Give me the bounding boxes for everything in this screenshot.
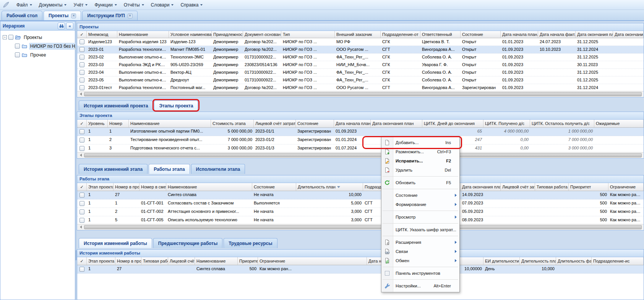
table-row[interactable]: 2023-05Выполнение опытно-конс...Дредноут… [77, 76, 644, 84]
column-header[interactable]: Дата начала план [334, 120, 371, 127]
row-checkbox[interactable] [79, 193, 84, 198]
row-checkbox[interactable] [79, 201, 84, 206]
context-menu-item[interactable]: Добавить...Ins [381, 138, 459, 147]
menubar-item-Справка[interactable]: Справка [177, 1, 206, 9]
tree-checkbox[interactable] [15, 52, 20, 57]
column-header[interactable]: Лицевой счёт затр [501, 183, 535, 191]
column-header[interactable]: ✓ [77, 31, 87, 38]
context-menu-item[interactable]: Расширения [381, 238, 459, 247]
column-header[interactable]: Документ-основан [243, 31, 281, 38]
row-checkbox[interactable] [79, 218, 84, 223]
table-row[interactable]: 2023-04Выполнение опытно-конс...Вектор-А… [77, 69, 644, 76]
column-header[interactable]: Внешний заказчик [335, 31, 381, 38]
tab-Этапы проекта[interactable]: Этапы проекта [154, 101, 198, 110]
context-menu-item[interactable]: Исправить...F2 [381, 156, 459, 165]
scroll-left-icon[interactable] [78, 152, 84, 158]
column-header[interactable]: ✓ [77, 120, 87, 127]
row-checkbox[interactable] [79, 267, 84, 272]
column-header[interactable]: Подразделение-ис [592, 257, 644, 265]
column-header[interactable]: ЦИТК. Дней до окончания [422, 120, 483, 127]
column-header[interactable]: Наименование [166, 183, 252, 191]
column-header[interactable]: Дата окончания ф [613, 31, 644, 38]
column-header[interactable]: ✓ [77, 257, 87, 265]
column-header[interactable]: Этап проекта [87, 183, 114, 191]
column-header[interactable]: Номер [108, 120, 129, 127]
column-header[interactable]: Приоритет [238, 257, 258, 265]
column-header[interactable]: Номер в проекте [115, 257, 141, 265]
table-row[interactable]: 2023-01Разработка технологии и...Магнит … [77, 46, 644, 54]
row-checkbox[interactable] [79, 209, 84, 214]
menubar-item-Отчёты[interactable]: Отчёты [120, 1, 148, 9]
column-header[interactable]: Дата окончания пл [576, 31, 613, 38]
scrollbar-thumb[interactable] [84, 153, 642, 157]
tree-checkbox[interactable] [15, 44, 20, 49]
column-header[interactable]: Лицевой счёт затрат. [254, 120, 296, 127]
tree-item[interactable]: Прочее [1, 50, 74, 59]
menubar-item-Функции[interactable]: Функции [91, 1, 120, 9]
column-header[interactable]: Длительность пла [520, 257, 556, 265]
tree-item[interactable]: НИОКР по ГОЗ без НДС [1, 42, 74, 50]
tab-Исполнители этапа[interactable]: Исполнители этапа [191, 164, 245, 174]
table-row[interactable]: 2023-03Разработка ЭКД и РКД н...905-U020… [77, 61, 644, 69]
table-row[interactable]: 11Изготовление опытной партии ПМ0...5 00… [77, 128, 644, 136]
scrollbar-thumb[interactable] [84, 225, 642, 229]
context-menu-item[interactable]: ЦИТК. Указать шифр затрат... [381, 225, 459, 234]
column-header[interactable]: Длительность план [296, 183, 363, 191]
column-header[interactable]: Ожидаемые [594, 120, 644, 127]
menubar-item-Словари[interactable]: Словари [148, 1, 177, 9]
column-header[interactable]: Номер в проекте [114, 183, 140, 191]
table-row[interactable]: 1501-СГТ-005Описать используемую техноло… [77, 216, 644, 225]
scroll-left-icon[interactable] [78, 224, 84, 230]
context-menu-item[interactable]: Размножить...Ctrl+F3 [381, 147, 459, 156]
horizontal-scrollbar[interactable] [78, 152, 643, 158]
context-menu-item[interactable]: Просмотр [381, 212, 459, 222]
column-header[interactable]: Принадлежность [212, 31, 243, 38]
row-checkbox[interactable] [79, 39, 84, 44]
column-header[interactable]: Ограничение [608, 183, 644, 191]
context-menu-item[interactable]: Панель инструментов [381, 269, 459, 278]
close-icon[interactable]: ✕ [128, 13, 133, 18]
column-header[interactable]: Номер в смете [140, 183, 166, 191]
window-tab[interactable]: Рабочий стол [2, 11, 42, 20]
column-header[interactable]: Приоритет [569, 183, 608, 191]
scrollbar-thumb[interactable] [84, 92, 642, 96]
table-row[interactable]: 13Подготовка технического отчета с...3 0… [77, 144, 644, 153]
column-header[interactable]: Состояние [252, 183, 296, 191]
table-row[interactable]: 1201-СГТ-002Аттестация основного и приме… [77, 208, 644, 216]
column-header[interactable]: Ответственный [420, 31, 461, 38]
column-header[interactable]: Состояние [296, 120, 334, 127]
column-header[interactable]: Лицевой счёт затр [168, 257, 195, 265]
horizontal-scrollbar[interactable] [78, 91, 643, 97]
context-menu-item[interactable]: Обмен [381, 256, 459, 265]
column-header[interactable]: Мнемокод [87, 31, 117, 38]
tab-Трудовые ресурсы[interactable]: Трудовые ресурсы [224, 238, 277, 248]
column-header[interactable]: Ограничение [258, 257, 367, 265]
tab-Предшествующие работы[interactable]: Предшествующие работы [153, 238, 222, 248]
column-header[interactable]: Дата окончания план [371, 120, 422, 127]
tree-checkbox[interactable] [8, 35, 13, 40]
row-checkbox[interactable] [79, 62, 84, 67]
row-checkbox[interactable] [79, 47, 84, 52]
column-header[interactable]: Дата начала план. [501, 31, 538, 38]
column-header[interactable]: Наименование [195, 257, 238, 265]
row-checkbox[interactable] [79, 129, 84, 134]
column-header[interactable]: Типовая работа [141, 257, 168, 265]
column-header[interactable]: Наименование [129, 120, 211, 127]
row-checkbox[interactable] [79, 55, 84, 60]
menubar-item-Файл[interactable]: Файл [13, 1, 36, 9]
search-icon[interactable] [58, 23, 65, 29]
close-icon[interactable]: ✕ [71, 13, 76, 18]
row-checkbox[interactable] [79, 78, 84, 83]
table-row[interactable]: 12Тестирование произведенной опыт...7 00… [77, 136, 644, 144]
column-header[interactable]: Этап проекта [87, 257, 115, 265]
table-row[interactable]: 127Синтез сплава500Как можно ран...10,00… [77, 265, 644, 274]
scroll-left-icon[interactable] [78, 91, 84, 97]
column-header[interactable]: Длительность фак [556, 257, 592, 265]
tab-История изменений работы[interactable]: История изменений работы [79, 238, 152, 248]
table-row[interactable]: 2023-01тестРазработка технологии и...Пос… [77, 84, 644, 92]
column-header[interactable]: Стоимость этапа [211, 120, 254, 127]
window-tab[interactable]: Проекты✕ [44, 11, 81, 20]
horizontal-scrollbar[interactable] [78, 224, 643, 230]
tree-expander-icon[interactable]: − [3, 35, 7, 39]
column-header[interactable]: Условное наименова [169, 31, 212, 38]
